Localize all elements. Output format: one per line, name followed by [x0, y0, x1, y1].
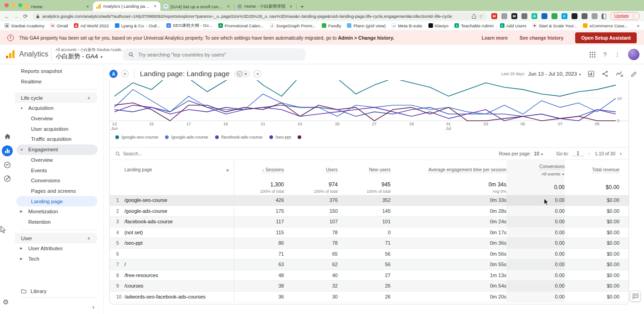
window-controls[interactable] [5, 3, 22, 7]
legend-item-google-seo-course[interactable]: /google-seo-course [115, 134, 158, 139]
series-google-seo-course[interactable] [114, 80, 616, 96]
new-tab-button[interactable]: + [300, 3, 304, 10]
extension-icon[interactable]: M [491, 13, 497, 19]
column-header-new-users[interactable]: New users [369, 167, 391, 173]
bookmark-start-scale-your[interactable]: ◆Start & Scale Your... [532, 23, 577, 28]
share-icon[interactable] [472, 14, 476, 19]
sidebar-item-user[interactable]: User∧ [15, 233, 98, 243]
goto-page-input[interactable] [572, 151, 584, 156]
see-change-history-link[interactable]: See change history [520, 35, 563, 41]
add-comparison-button[interactable]: + [121, 70, 129, 77]
analytics-logo-icon[interactable] [6, 50, 15, 58]
report-saved-indicator[interactable]: ✓ ▼ [234, 70, 251, 77]
learn-more-link[interactable]: Learn more [482, 35, 508, 41]
sidebar-item-reports-snapshot[interactable]: Reports snapshot [15, 66, 103, 77]
sidebar-item-landing-page[interactable]: Landing page [16, 196, 98, 206]
comparison-chip[interactable]: A [109, 70, 118, 78]
reload-button[interactable]: ⟳ [23, 13, 28, 20]
sidebar-item-user-acquisition[interactable]: User acquisition [15, 124, 103, 134]
series-item[interactable] [114, 103, 616, 121]
date-range-picker[interactable]: Jun 13 - Jul 10, 2023 ▼ [528, 71, 582, 77]
extension-icon[interactable] [501, 13, 507, 19]
column-header-landing-page[interactable]: Landing page [124, 167, 152, 173]
bookmark-klaviyo[interactable]: Klaviyo [428, 23, 449, 28]
column-header-users[interactable]: Users [326, 167, 338, 173]
browser-tab-home[interactable]: Home × [21, 2, 93, 11]
sidebar-item-overview[interactable]: Overview [15, 113, 103, 124]
extension-icon[interactable] [582, 13, 587, 19]
bookmark-feedly[interactable]: Feedly [322, 23, 341, 28]
extension-icon[interactable] [572, 13, 577, 19]
sidebar-item-monetization[interactable]: ▶Monetization [15, 206, 103, 217]
maximize-window-button[interactable] [18, 3, 22, 7]
browser-menu-icon[interactable]: ⋮ [631, 14, 636, 19]
bookmark-star-icon[interactable]: ☆ [479, 14, 483, 19]
close-window-button[interactable] [5, 3, 9, 7]
share-report-icon[interactable] [602, 71, 608, 77]
table-row-google-seo-course[interactable]: 1/google-seo-course4263763520m 33s0.00$0… [110, 195, 629, 206]
extension-icon[interactable] [592, 13, 598, 19]
browser-update-button[interactable]: Update ⋮ [610, 12, 640, 20]
bookmark-ecommerce-case[interactable]: eCommerce Case... [583, 23, 628, 28]
legend-item-seo-ppt[interactable]: /seo-ppt [269, 134, 291, 139]
column-header-engagement[interactable]: Average engagement time per session [428, 167, 506, 173]
bookmark-meta-b-suite[interactable]: ∞Meta B-suite [392, 23, 422, 28]
bookmark-plann-grid-view[interactable]: Plann (grid view) [347, 23, 386, 28]
bookmark-teachable-admin[interactable]: tTeachable Admin [454, 23, 494, 28]
bookmark-surgegraph-premi[interactable]: JSurgeGraph Premi... [270, 23, 316, 28]
extension-icon[interactable]: C [562, 13, 567, 19]
close-tab-icon[interactable]: × [153, 4, 157, 9]
table-row-adwords-seo-facebook-ads-courses[interactable]: 10/adwords-seo-facebook-ads-courses36302… [110, 292, 629, 303]
more-menu-icon[interactable]: ⋮ [614, 51, 620, 58]
admin-gear-icon[interactable]: ⚙ [3, 298, 9, 306]
extension-icon[interactable]: M [511, 13, 517, 19]
sidebar-item-conversions[interactable]: Conversions [15, 175, 103, 186]
explore-icon[interactable] [2, 160, 13, 170]
search-input[interactable] [138, 52, 300, 57]
add-report-button[interactable]: + [254, 70, 261, 77]
close-tab-icon[interactable]: × [226, 4, 231, 9]
sidebar-item-traffic-acquisition[interactable]: Traffic acquisition [15, 134, 103, 144]
customize-report-icon[interactable] [588, 71, 594, 77]
sidebar-item-realtime[interactable]: Realtime [15, 77, 103, 87]
avatar[interactable] [628, 49, 639, 60]
column-header-total-revenue[interactable]: Total revenue [592, 167, 619, 173]
rows-per-page-select[interactable]: 10 ▼ [534, 151, 544, 156]
extension-icon[interactable] [551, 13, 557, 19]
collapse-sidebar-icon[interactable]: ‹ [93, 304, 94, 310]
help-icon[interactable]: ? [603, 51, 607, 58]
reports-icon[interactable] [2, 145, 13, 156]
browser-tab-school-home[interactable]: Home - 小白新势学院 × [234, 2, 296, 11]
legend-item-google-ads-course[interactable]: /google-ads-course [165, 134, 208, 139]
property-selector[interactable]: 小白新势 - GA4 ▼ [56, 52, 103, 61]
legend-item-facebook-ads-course[interactable]: /facebook-ads-course [215, 134, 263, 139]
bookmark-seo-go[interactable]: ≡SEO课程大纲 - Go... [166, 23, 212, 29]
extension-icon[interactable] [521, 13, 527, 19]
table-row-google-ads-course[interactable]: 2/google-ads-course1751501450m 28s0.00$0… [110, 206, 629, 217]
table-row-facebook-ads-course[interactable]: 3/facebook-ads-course1171071010m 24s0.00… [110, 216, 629, 227]
bookmark-promotional-calen[interactable]: +Promotional Calen... [218, 23, 264, 28]
bookmarks-overflow-button[interactable]: » [637, 23, 639, 28]
feedback-button[interactable] [630, 291, 641, 302]
bookmark-ad-world-2022[interactable]: AAd World 2022 [74, 23, 109, 28]
sidebar-item-user-attributes[interactable]: ▶User Attributes [15, 243, 103, 254]
bookmark-add-users[interactable]: tAdd Users [500, 23, 526, 28]
browser-tab-ga4-doc[interactable]: G [GA4] Set up a scroll conversi × [160, 2, 234, 11]
side-panel-icon[interactable] [602, 14, 606, 19]
legend-item-item[interactable] [298, 135, 301, 139]
line-chart[interactable] [110, 80, 629, 122]
back-button[interactable]: ← [4, 13, 10, 20]
table-row-seo-ppt[interactable]: 5/seo-ppt8678710m 36s0.00$0.00 [110, 238, 629, 249]
table-search-input[interactable] [123, 151, 214, 156]
minimize-window-button[interactable] [11, 3, 15, 7]
extension-icon[interactable] [541, 13, 547, 19]
insights-icon[interactable] [616, 71, 623, 77]
global-search[interactable] [123, 48, 305, 61]
column-header-sessions[interactable]: ↓ Sessions [262, 167, 284, 173]
close-tab-icon[interactable]: × [85, 4, 90, 9]
table-row-item[interactable]: 67165560m 56s0.00$0.00 [110, 249, 629, 260]
forward-button[interactable]: → [14, 13, 19, 20]
series-seo-ppt[interactable] [114, 105, 616, 121]
sidebar-item-overview[interactable]: Overview [15, 155, 103, 165]
browser-tab-analytics[interactable]: Analytics | Landing page: Land × [93, 1, 160, 11]
